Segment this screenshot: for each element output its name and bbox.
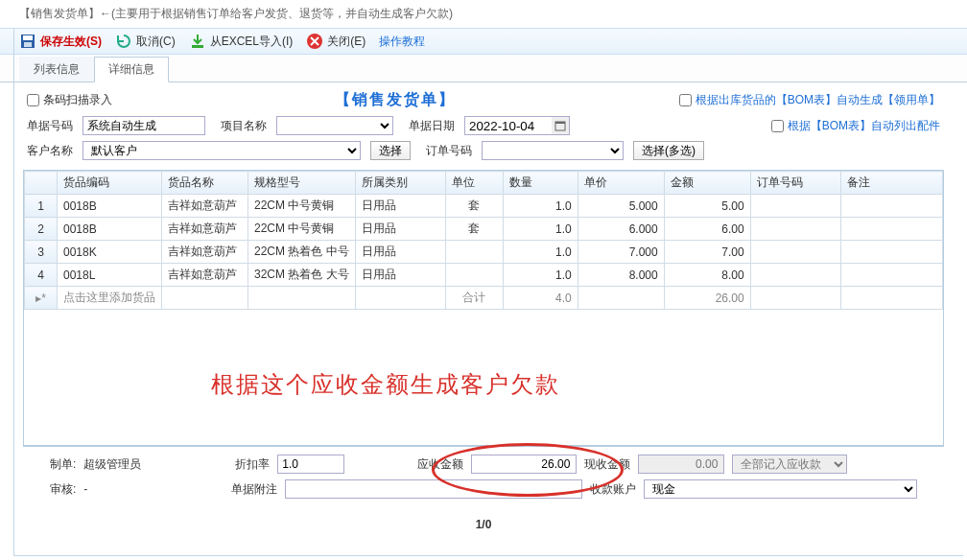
cell-name[interactable]: 吉祥如意葫芦: [162, 241, 248, 264]
customer-select-button[interactable]: 选择: [370, 141, 411, 160]
doc-date-picker[interactable]: [464, 116, 570, 135]
cell-code[interactable]: 0018B: [58, 195, 162, 218]
cell-category[interactable]: 日用品: [355, 218, 445, 241]
cell-name[interactable]: 吉祥如意葫芦: [162, 264, 248, 287]
cell-category[interactable]: 日用品: [355, 264, 445, 287]
col-name[interactable]: 货品名称: [162, 172, 248, 195]
cell-category[interactable]: 日用品: [355, 195, 445, 218]
tab-list-info[interactable]: 列表信息: [19, 57, 94, 82]
total-label: 合计: [445, 287, 503, 310]
discount-input[interactable]: [277, 455, 344, 474]
col-amount[interactable]: 金额: [664, 172, 750, 195]
col-qty[interactable]: 数量: [503, 172, 578, 195]
table-row[interactable]: 40018L吉祥如意葫芦32CM 热着色 大号日用品1.08.0008.00: [25, 264, 943, 287]
tab-detail-info[interactable]: 详细信息: [94, 57, 169, 82]
cell-amount[interactable]: 8.00: [664, 264, 750, 287]
bom-parts-input[interactable]: [771, 120, 784, 132]
bom-generate-checkbox[interactable]: 根据出库货品的【BOM表】自动生成【领用单】: [679, 92, 940, 108]
cell-unit[interactable]: [445, 241, 503, 264]
col-spec[interactable]: 规格型号: [248, 172, 356, 195]
cancel-button[interactable]: 取消(C): [115, 33, 176, 50]
table-row[interactable]: 30018K吉祥如意葫芦22CM 热着色 中号日用品1.07.0007.00: [25, 241, 943, 264]
cell-qty[interactable]: 1.0: [503, 264, 578, 287]
barcode-checkbox[interactable]: 条码扫描录入: [27, 92, 112, 108]
page-title: 【销售发货单】←(主要用于根据销售订单给客户发货、退货等，并自动生成客户欠款): [0, 0, 967, 28]
customer-select[interactable]: 默认客户: [83, 141, 361, 160]
cell-remark[interactable]: [840, 241, 942, 264]
toolbar: 保存生效(S) 取消(C) 从EXCEL导入(I) 关闭(E) 操作教程: [0, 28, 967, 55]
cell-amount[interactable]: 7.00: [664, 241, 750, 264]
cell-price[interactable]: 6.000: [578, 218, 664, 241]
close-button[interactable]: 关闭(E): [306, 33, 366, 50]
cell-code[interactable]: 0018B: [58, 218, 162, 241]
col-price[interactable]: 单价: [578, 172, 664, 195]
cell-name[interactable]: 吉祥如意葫芦: [162, 195, 248, 218]
row-index: 2: [25, 218, 58, 241]
cell-order-no[interactable]: [750, 241, 840, 264]
bom-parts-checkbox[interactable]: 根据【BOM表】自动列出配件: [771, 118, 940, 134]
order-select-multi-button[interactable]: 选择(多选): [633, 141, 704, 160]
calendar-icon[interactable]: [552, 117, 569, 134]
cell-price[interactable]: 5.000: [578, 195, 664, 218]
add-item-row[interactable]: ▸*点击这里添加货品合计4.026.00: [25, 287, 943, 310]
record-select[interactable]: 全部记入应收款: [732, 455, 847, 474]
barcode-check-input[interactable]: [27, 94, 39, 106]
col-unit[interactable]: 单位: [445, 172, 503, 195]
cell-name[interactable]: 吉祥如意葫芦: [162, 218, 248, 241]
receivable-label: 应收金额: [417, 456, 463, 473]
grid-header-row: 货品编码 货品名称 规格型号 所属类别 单位 数量 单价 金额 订单号码 备注: [25, 172, 943, 195]
footer-form: 制单: 超级管理员 折扣率 应收金额 现收金额 全部记入应收款 审核: - 单据…: [23, 446, 944, 508]
table-row[interactable]: 20018B吉祥如意葫芦22CM 中号黄铜日用品套1.06.0006.00: [25, 218, 943, 241]
doc-no-input[interactable]: [83, 116, 205, 135]
cell-remark[interactable]: [840, 218, 942, 241]
import-button[interactable]: 从EXCEL导入(I): [189, 33, 294, 50]
maker-label: 制单:: [50, 456, 76, 473]
project-label: 项目名称: [221, 118, 267, 134]
account-select[interactable]: 现金: [644, 479, 917, 499]
cell-order-no[interactable]: [750, 264, 840, 287]
cell-remark[interactable]: [840, 195, 942, 218]
cell-qty[interactable]: 1.0: [503, 195, 578, 218]
col-code[interactable]: 货品编码: [58, 172, 162, 195]
cell-unit[interactable]: [445, 264, 503, 287]
cell-remark[interactable]: [840, 264, 942, 287]
remark-input[interactable]: [285, 479, 582, 499]
cell-spec[interactable]: 32CM 热着色 大号: [248, 264, 356, 287]
customer-label: 客户名称: [27, 143, 73, 159]
cell-unit[interactable]: 套: [445, 195, 503, 218]
cell-unit[interactable]: 套: [445, 218, 503, 241]
cell-amount[interactable]: 5.00: [664, 195, 750, 218]
save-button[interactable]: 保存生效(S): [19, 33, 102, 50]
cell-spec[interactable]: 22CM 中号黄铜: [248, 195, 356, 218]
cell-qty[interactable]: 1.0: [503, 241, 578, 264]
col-category[interactable]: 所属类别: [355, 172, 445, 195]
cell-spec[interactable]: 22CM 热着色 中号: [248, 241, 356, 264]
project-select[interactable]: [276, 116, 393, 135]
pager: 1/0: [0, 508, 967, 531]
tutorial-link[interactable]: 操作教程: [379, 34, 425, 50]
col-order-no[interactable]: 订单号码: [750, 172, 840, 195]
bom-parts-label: 根据【BOM表】自动列出配件: [788, 118, 940, 134]
bom-generate-label: 根据出库货品的【BOM表】自动生成【领用单】: [696, 92, 940, 108]
cell-order-no[interactable]: [750, 218, 840, 241]
data-grid[interactable]: 货品编码 货品名称 规格型号 所属类别 单位 数量 单价 金额 订单号码 备注 …: [23, 170, 944, 446]
order-no-select[interactable]: [482, 141, 624, 160]
col-remark[interactable]: 备注: [840, 172, 942, 195]
svg-rect-3: [192, 45, 203, 48]
cell-code[interactable]: 0018K: [58, 241, 162, 264]
cell-price[interactable]: 7.000: [578, 241, 664, 264]
cell-qty[interactable]: 1.0: [503, 218, 578, 241]
cell-code[interactable]: 0018L: [58, 264, 162, 287]
cell-price[interactable]: 8.000: [578, 264, 664, 287]
bom-generate-input[interactable]: [679, 94, 692, 106]
total-amount: 26.00: [664, 287, 750, 310]
receivable-input[interactable]: [471, 455, 577, 474]
cell-spec[interactable]: 22CM 中号黄铜: [248, 218, 356, 241]
doc-date-input[interactable]: [465, 117, 552, 134]
cell-amount[interactable]: 6.00: [664, 218, 750, 241]
cell-order-no[interactable]: [750, 195, 840, 218]
account-label: 收款账户: [590, 481, 636, 498]
cell-category[interactable]: 日用品: [355, 241, 445, 264]
add-row-text[interactable]: 点击这里添加货品: [58, 287, 162, 310]
table-row[interactable]: 10018B吉祥如意葫芦22CM 中号黄铜日用品套1.05.0005.00: [25, 195, 943, 218]
